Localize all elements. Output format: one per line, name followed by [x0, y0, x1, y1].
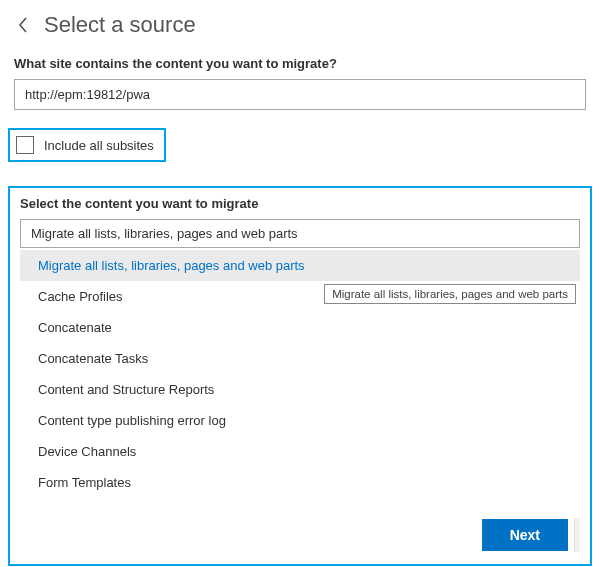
include-subsites-highlight: Include all subsites: [8, 128, 166, 162]
list-item[interactable]: Form Templates: [20, 467, 580, 498]
list-item[interactable]: Concatenate Tasks: [20, 343, 580, 374]
list-item[interactable]: Migrate all lists, libraries, pages and …: [20, 250, 580, 281]
site-url-input[interactable]: [14, 79, 586, 110]
site-url-label: What site contains the content you want …: [14, 56, 586, 71]
content-selection-panel: Select the content you want to migrate M…: [8, 186, 592, 566]
list-item[interactable]: Cache Profiles: [20, 281, 580, 312]
list-item[interactable]: Device Channels: [20, 436, 580, 467]
page-title: Select a source: [44, 12, 196, 38]
list-item[interactable]: Content and Structure Reports: [20, 374, 580, 405]
content-selection-heading: Select the content you want to migrate: [20, 196, 580, 211]
content-selection-combo[interactable]: Migrate all lists, libraries, pages and …: [20, 219, 580, 248]
include-subsites-checkbox[interactable]: [16, 136, 34, 154]
content-selection-dropdown: Migrate all lists, libraries, pages and …: [20, 250, 580, 498]
list-item[interactable]: Content type publishing error log: [20, 405, 580, 436]
resize-grip-icon[interactable]: [574, 518, 580, 552]
back-chevron-icon[interactable]: [14, 13, 32, 37]
next-button[interactable]: Next: [482, 519, 568, 551]
include-subsites-label: Include all subsites: [44, 138, 154, 153]
list-item[interactable]: Concatenate: [20, 312, 580, 343]
